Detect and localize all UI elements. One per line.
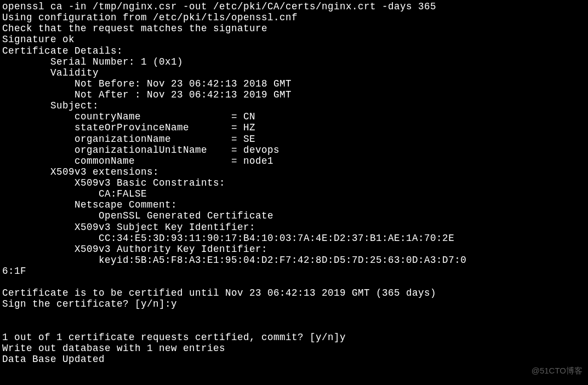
- subject-header: Subject:: [2, 100, 99, 111]
- watermark-text: @51CTO博客: [532, 366, 583, 375]
- authority-key-id-wrap: 6:1F: [2, 266, 26, 277]
- netscape-comment: Netscape Comment:: [2, 199, 183, 210]
- cert-details-header: Certificate Details:: [2, 45, 123, 56]
- subject-org: organizationName = SE: [2, 134, 255, 145]
- subject-key-id-value: CC:34:E5:3D:93:11:90:17:B4:10:03:7A:4E:D…: [2, 233, 454, 244]
- subject-state: stateOrProvinceName = HZ: [2, 122, 255, 133]
- x509-basic-constraints: X509v3 Basic Constraints:: [2, 177, 231, 188]
- validity-header: Validity: [2, 67, 99, 78]
- command-line: openssl ca -in /tmp/nginx.csr -out /etc/…: [2, 1, 436, 12]
- serial-number: Serial Number: 1 (0x1): [2, 56, 183, 67]
- not-before: Not Before: Nov 23 06:42:13 2018 GMT: [2, 78, 292, 89]
- db-updated: Data Base Updated: [2, 354, 105, 365]
- config-line: Using configuration from /etc/pki/tls/op…: [2, 12, 298, 23]
- x509-extensions: X509v3 extensions:: [2, 166, 159, 177]
- signature-ok: Signature ok: [2, 34, 75, 45]
- subject-country: countryName = CN: [2, 111, 255, 122]
- commit-prompt: 1 out of 1 certificate requests certifie…: [2, 332, 346, 343]
- write-out: Write out database with 1 new entries: [2, 343, 225, 354]
- not-after: Not After : Nov 23 06:42:13 2019 GMT: [2, 89, 292, 100]
- netscape-value: OpenSSL Generated Certificate: [2, 210, 273, 221]
- ca-false: CA:FALSE: [2, 188, 147, 199]
- subject-cn: commonName = node1: [2, 156, 273, 166]
- certified-until: Certificate is to be certified until Nov…: [2, 288, 436, 298]
- authority-key-id-value: keyid:5B:A5:F8:A3:E1:95:04:D2:F7:42:8D:D…: [2, 255, 466, 266]
- check-line: Check that the request matches the signa…: [2, 23, 267, 34]
- sign-prompt: Sign the certificate? [y/n]:y: [2, 298, 177, 309]
- x509-authority-key-id: X509v3 Authority Key Identifier:: [2, 244, 273, 255]
- x509-subject-key-id: X509v3 Subject Key Identifier:: [2, 222, 261, 233]
- subject-ou: organizationalUnitName = devops: [2, 145, 279, 156]
- terminal-output[interactable]: openssl ca -in /tmp/nginx.csr -out /etc/…: [0, 0, 588, 366]
